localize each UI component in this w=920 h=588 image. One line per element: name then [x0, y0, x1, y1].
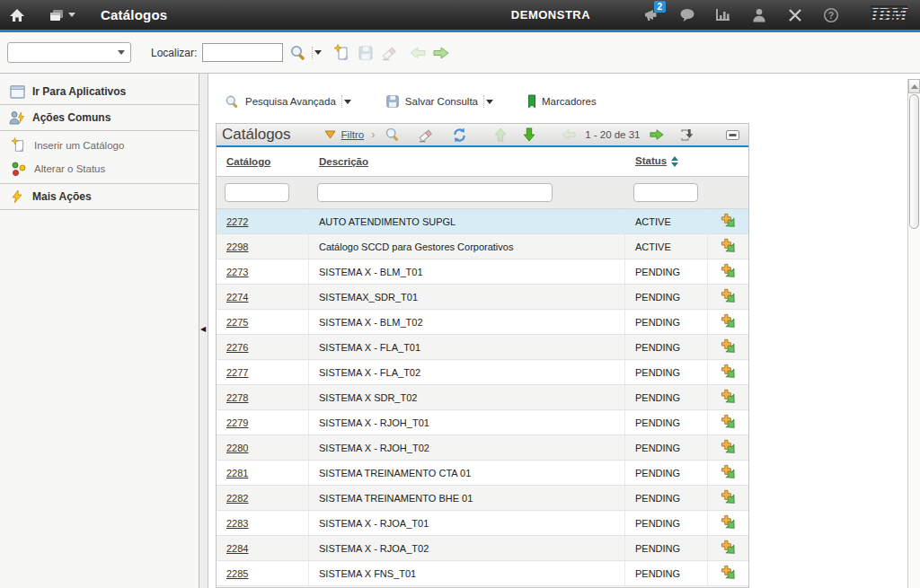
catalog-link[interactable]: 2273	[226, 267, 248, 277]
home-icon[interactable]	[0, 0, 34, 30]
catalog-link[interactable]: 2277	[226, 367, 248, 378]
table-row[interactable]: 2284 SISTEMA X - RJOA_T02 PENDING	[217, 536, 748, 561]
column-header-description[interactable]: Descrição	[309, 156, 625, 167]
table-row[interactable]: 2274 SISTEMAX_SDR_T01 PENDING	[217, 285, 748, 310]
clear-filter-icon[interactable]	[414, 125, 436, 145]
scrollbar-thumb[interactable]	[909, 94, 919, 229]
table-row[interactable]: 2272 AUTO ATENDIMENTO SUPGL ACTIVE	[217, 209, 748, 234]
filter-input-catalog[interactable]	[225, 183, 289, 202]
advanced-search-caret[interactable]	[344, 100, 351, 108]
next-record-icon[interactable]	[429, 41, 453, 65]
detail-menu-icon[interactable]	[721, 439, 739, 457]
catalog-link[interactable]: 2283	[226, 518, 248, 529]
sidebar-item-change-status[interactable]: Alterar o Status	[0, 157, 199, 180]
filter-input-description[interactable]	[317, 183, 553, 202]
sidebar-item-go-to-applications[interactable]: Ir Para Aplicativos	[0, 79, 199, 105]
chat-icon[interactable]	[669, 0, 705, 30]
catalog-link[interactable]: 2281	[226, 468, 248, 478]
detail-menu-icon[interactable]	[721, 389, 739, 407]
detail-menu-icon[interactable]	[721, 338, 739, 356]
detail-menu-icon[interactable]	[721, 514, 739, 532]
previous-page-icon[interactable]	[558, 125, 579, 145]
advanced-search-button[interactable]: Pesquisa Avançada	[221, 92, 340, 112]
filter-link[interactable]: Filtro	[341, 129, 365, 140]
save-icon[interactable]	[354, 41, 377, 65]
status-cell: ACTIVE	[625, 234, 708, 259]
bookmarks-button[interactable]: Marcadores	[524, 92, 600, 111]
catalog-link[interactable]: 2276	[226, 342, 248, 353]
catalog-link[interactable]: 2279	[226, 417, 248, 428]
filter-toggle-icon[interactable]	[323, 125, 338, 145]
table-row[interactable]: 2298 Catálogo SCCD para Gestores Corpora…	[217, 234, 748, 259]
notifications-icon[interactable]: 2	[633, 0, 669, 30]
new-record-icon[interactable]	[331, 41, 354, 65]
filter-input-status[interactable]	[633, 183, 698, 202]
next-page-icon[interactable]	[646, 125, 668, 145]
save-query-caret[interactable]	[486, 100, 493, 108]
query-combobox[interactable]	[7, 42, 131, 63]
detail-menu-icon[interactable]	[721, 313, 739, 331]
detail-menu-icon[interactable]	[721, 288, 739, 306]
detail-menu-icon[interactable]	[721, 414, 739, 432]
detail-menu-icon[interactable]	[721, 464, 739, 482]
search-icon[interactable]	[287, 41, 310, 65]
download-icon[interactable]	[677, 125, 698, 145]
catalog-link[interactable]: 2274	[226, 292, 248, 303]
table-row[interactable]: 2278 SISTEMA X SDR_T02 PENDING	[217, 385, 748, 410]
find-input[interactable]	[202, 43, 283, 62]
reports-chart-icon[interactable]	[705, 0, 741, 30]
sidebar-item-insert-catalog[interactable]: Inserir um Catálogo	[0, 134, 199, 157]
close-icon[interactable]	[777, 0, 813, 30]
search-options-caret[interactable]	[314, 50, 322, 58]
table-row[interactable]: 2279 SISTEMA X - RJOH_T01 PENDING	[217, 410, 748, 435]
table-row[interactable]: 2280 SISTEMA X - RJOH_T02 PENDING	[217, 435, 748, 461]
help-icon[interactable]: ?	[813, 0, 849, 30]
detail-menu-icon[interactable]	[721, 565, 739, 583]
sort-icon[interactable]	[671, 153, 678, 171]
vertical-scrollbar[interactable]	[907, 79, 920, 588]
column-header-catalog[interactable]: Catálogo	[217, 156, 309, 167]
status-cell: PENDING	[625, 360, 708, 384]
catalog-link[interactable]: 2284	[226, 543, 248, 554]
previous-record-icon[interactable]	[406, 41, 429, 65]
table-search-icon[interactable]	[382, 125, 403, 145]
table-row[interactable]: 2282 SISTEMA TREINAMENTO BHE 01 PENDING	[217, 486, 748, 511]
catalog-link[interactable]: 2272	[226, 216, 248, 227]
detail-menu-icon[interactable]	[721, 213, 739, 231]
table-row[interactable]: 2276 SISTEMA X - FLA_T01 PENDING	[217, 335, 748, 360]
catalog-link[interactable]: 2282	[226, 493, 248, 504]
table-row[interactable]: 2281 SISTEMA TREINAMENTO CTA 01 PENDING	[217, 461, 748, 486]
column-header-status[interactable]: Status	[625, 153, 708, 171]
table-row[interactable]: 2277 SISTEMA X - FLA_T02 PENDING	[217, 360, 748, 385]
table-row[interactable]: 2285 SISTEMA X FNS_T01 PENDING	[217, 561, 748, 586]
save-query-button[interactable]: Salvar Consulta	[382, 92, 482, 111]
catalog-link[interactable]: 2280	[226, 443, 248, 453]
previous-row-icon[interactable]	[490, 125, 511, 145]
table-row[interactable]: 2283 SISTEMA X - RJOA_T01 PENDING	[217, 511, 748, 536]
profile-icon[interactable]	[741, 0, 777, 30]
description-cell: AUTO ATENDIMENTO SUPGL	[309, 209, 625, 233]
table-row[interactable]: 2275 SISTEMA X - BLM_T02 PENDING	[217, 310, 748, 335]
detail-menu-icon[interactable]	[721, 263, 739, 281]
table-row[interactable]: 2273 SISTEMA X - BLM_T01 PENDING	[217, 259, 748, 285]
sidebar-splitter[interactable]: ◀	[199, 74, 208, 588]
description-cell: SISTEMAX_SDR_T01	[309, 285, 625, 309]
sidebar-item-more-actions[interactable]: Mais Ações	[0, 184, 199, 210]
applications-menu-button[interactable]	[40, 0, 84, 30]
detail-menu-icon[interactable]	[721, 540, 739, 557]
next-row-icon[interactable]	[518, 125, 540, 145]
minimize-panel-icon[interactable]	[721, 125, 743, 145]
collapse-sidebar-icon[interactable]: ◀	[200, 325, 206, 333]
catalog-link[interactable]: 2278	[226, 392, 248, 403]
clear-changes-icon[interactable]	[377, 41, 401, 65]
sidebar-item-common-actions[interactable]: Ações Comuns	[0, 105, 199, 131]
refresh-icon[interactable]	[448, 125, 470, 145]
detail-menu-icon[interactable]	[721, 364, 739, 382]
catalog-link[interactable]: 2275	[226, 317, 248, 328]
separator	[312, 47, 313, 59]
catalog-link[interactable]: 2285	[226, 568, 248, 579]
catalog-link[interactable]: 2298	[226, 241, 248, 252]
detail-menu-icon[interactable]	[721, 238, 739, 256]
scroll-up-button[interactable]	[908, 79, 920, 93]
detail-menu-icon[interactable]	[721, 489, 739, 507]
